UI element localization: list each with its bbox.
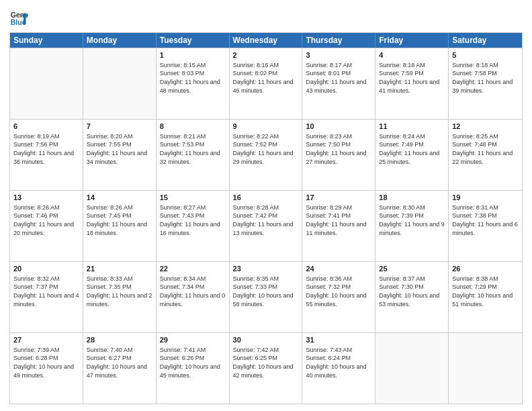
day-number: 29 xyxy=(160,335,226,345)
cell-info: Sunrise: 8:33 AMSunset: 7:35 PMDaylight:… xyxy=(87,275,152,308)
day-cell-24: 24 Sunrise: 8:36 AMSunset: 7:32 PMDaylig… xyxy=(302,262,375,332)
header-day-friday: Friday xyxy=(375,33,449,48)
day-cell-12: 12 Sunrise: 8:25 AMSunset: 7:48 PMDaylig… xyxy=(449,120,522,190)
calendar-container: General Blue SundayMondayTuesdayWednesda… xyxy=(0,0,532,411)
header-day-monday: Monday xyxy=(83,33,157,48)
day-cell-1: 1 Sunrise: 8:15 AMSunset: 8:03 PMDayligh… xyxy=(157,48,230,119)
day-number: 13 xyxy=(13,193,79,203)
day-number: 26 xyxy=(452,264,519,274)
day-cell-10: 10 Sunrise: 8:23 AMSunset: 7:50 PMDaylig… xyxy=(302,120,375,190)
day-cell-15: 15 Sunrise: 8:27 AMSunset: 7:43 PMDaylig… xyxy=(157,191,230,261)
day-number: 1 xyxy=(160,50,226,60)
cell-info: Sunrise: 8:20 AMSunset: 7:55 PMDaylight:… xyxy=(87,132,152,166)
cell-info: Sunrise: 7:42 AMSunset: 6:25 PMDaylight:… xyxy=(233,346,299,379)
day-number: 24 xyxy=(306,264,371,274)
day-cell-22: 22 Sunrise: 8:34 AMSunset: 7:34 PMDaylig… xyxy=(157,262,230,332)
day-cell-28: 28 Sunrise: 7:40 AMSunset: 6:27 PMDaylig… xyxy=(83,333,157,404)
day-number: 27 xyxy=(13,335,79,345)
header-day-saturday: Saturday xyxy=(449,33,522,48)
day-number: 16 xyxy=(233,193,299,203)
header-day-wednesday: Wednesday xyxy=(230,33,303,48)
day-cell-25: 25 Sunrise: 8:37 AMSunset: 7:30 PMDaylig… xyxy=(375,262,449,332)
logo: General Blue xyxy=(9,8,31,27)
cell-info: Sunrise: 8:29 AMSunset: 7:41 PMDaylight:… xyxy=(306,203,371,237)
cell-info: Sunrise: 8:32 AMSunset: 7:37 PMDaylight:… xyxy=(13,275,79,308)
cell-info: Sunrise: 8:18 AMSunset: 7:59 PMDaylight:… xyxy=(379,61,445,95)
empty-cell xyxy=(375,333,449,404)
day-number: 31 xyxy=(306,335,371,345)
day-cell-14: 14 Sunrise: 8:26 AMSunset: 7:45 PMDaylig… xyxy=(83,191,157,261)
cell-info: Sunrise: 8:15 AMSunset: 8:03 PMDaylight:… xyxy=(160,61,226,95)
cell-info: Sunrise: 8:38 AMSunset: 7:29 PMDaylight:… xyxy=(452,275,519,308)
cell-info: Sunrise: 8:26 AMSunset: 7:46 PMDaylight:… xyxy=(13,203,79,237)
day-cell-13: 13 Sunrise: 8:26 AMSunset: 7:46 PMDaylig… xyxy=(10,191,83,261)
day-cell-11: 11 Sunrise: 8:24 AMSunset: 7:49 PMDaylig… xyxy=(375,120,449,190)
cell-info: Sunrise: 8:36 AMSunset: 7:32 PMDaylight:… xyxy=(306,275,371,308)
cell-info: Sunrise: 8:26 AMSunset: 7:45 PMDaylight:… xyxy=(87,203,152,237)
day-number: 17 xyxy=(306,193,371,203)
day-number: 25 xyxy=(379,264,445,274)
header: General Blue xyxy=(9,8,523,27)
cell-info: Sunrise: 7:43 AMSunset: 6:24 PMDaylight:… xyxy=(306,346,371,379)
week-row-1: 1 Sunrise: 8:15 AMSunset: 8:03 PMDayligh… xyxy=(10,48,522,119)
cell-info: Sunrise: 8:35 AMSunset: 7:33 PMDaylight:… xyxy=(233,275,299,308)
day-number: 14 xyxy=(87,193,152,203)
day-cell-21: 21 Sunrise: 8:33 AMSunset: 7:35 PMDaylig… xyxy=(83,262,157,332)
cell-info: Sunrise: 8:30 AMSunset: 7:39 PMDaylight:… xyxy=(379,203,445,237)
day-cell-23: 23 Sunrise: 8:35 AMSunset: 7:33 PMDaylig… xyxy=(230,262,303,332)
cell-info: Sunrise: 8:22 AMSunset: 7:52 PMDaylight:… xyxy=(233,132,299,166)
day-number: 4 xyxy=(379,50,445,60)
day-cell-26: 26 Sunrise: 8:38 AMSunset: 7:29 PMDaylig… xyxy=(449,262,522,332)
week-row-2: 6 Sunrise: 8:19 AMSunset: 7:56 PMDayligh… xyxy=(10,119,522,190)
cell-info: Sunrise: 7:41 AMSunset: 6:26 PMDaylight:… xyxy=(160,346,226,379)
day-cell-31: 31 Sunrise: 7:43 AMSunset: 6:24 PMDaylig… xyxy=(302,333,375,404)
cell-info: Sunrise: 8:31 AMSunset: 7:38 PMDaylight:… xyxy=(452,203,519,237)
cell-info: Sunrise: 8:37 AMSunset: 7:30 PMDaylight:… xyxy=(379,275,445,308)
day-number: 18 xyxy=(379,193,445,203)
cell-info: Sunrise: 8:24 AMSunset: 7:49 PMDaylight:… xyxy=(379,132,445,166)
cell-info: Sunrise: 8:16 AMSunset: 8:02 PMDaylight:… xyxy=(233,61,299,95)
header-day-thursday: Thursday xyxy=(302,33,375,48)
day-number: 8 xyxy=(160,122,226,132)
header-day-tuesday: Tuesday xyxy=(157,33,230,48)
day-number: 9 xyxy=(233,122,299,132)
day-cell-19: 19 Sunrise: 8:31 AMSunset: 7:38 PMDaylig… xyxy=(449,191,522,261)
day-cell-6: 6 Sunrise: 8:19 AMSunset: 7:56 PMDayligh… xyxy=(10,120,83,190)
day-cell-30: 30 Sunrise: 7:42 AMSunset: 6:25 PMDaylig… xyxy=(230,333,303,404)
cell-info: Sunrise: 8:17 AMSunset: 8:01 PMDaylight:… xyxy=(306,61,371,95)
day-cell-3: 3 Sunrise: 8:17 AMSunset: 8:01 PMDayligh… xyxy=(302,48,375,119)
day-number: 22 xyxy=(160,264,226,274)
day-cell-29: 29 Sunrise: 7:41 AMSunset: 6:26 PMDaylig… xyxy=(157,333,230,404)
week-row-3: 13 Sunrise: 8:26 AMSunset: 7:46 PMDaylig… xyxy=(10,190,522,261)
cell-info: Sunrise: 8:25 AMSunset: 7:48 PMDaylight:… xyxy=(452,132,519,166)
day-cell-7: 7 Sunrise: 8:20 AMSunset: 7:55 PMDayligh… xyxy=(83,120,157,190)
empty-cell xyxy=(83,48,157,119)
day-number: 7 xyxy=(87,122,152,132)
calendar-header: SundayMondayTuesdayWednesdayThursdayFrid… xyxy=(10,33,522,48)
empty-cell xyxy=(10,48,83,119)
day-cell-20: 20 Sunrise: 8:32 AMSunset: 7:37 PMDaylig… xyxy=(10,262,83,332)
day-cell-2: 2 Sunrise: 8:16 AMSunset: 8:02 PMDayligh… xyxy=(230,48,303,119)
cell-info: Sunrise: 8:34 AMSunset: 7:34 PMDaylight:… xyxy=(160,275,226,308)
logo-icon: General Blue xyxy=(9,8,28,27)
cell-info: Sunrise: 8:23 AMSunset: 7:50 PMDaylight:… xyxy=(306,132,371,166)
empty-cell xyxy=(449,333,522,404)
day-cell-9: 9 Sunrise: 8:22 AMSunset: 7:52 PMDayligh… xyxy=(230,120,303,190)
cell-info: Sunrise: 8:19 AMSunset: 7:56 PMDaylight:… xyxy=(13,132,79,166)
day-cell-16: 16 Sunrise: 8:28 AMSunset: 7:42 PMDaylig… xyxy=(230,191,303,261)
day-cell-17: 17 Sunrise: 8:29 AMSunset: 7:41 PMDaylig… xyxy=(302,191,375,261)
day-cell-4: 4 Sunrise: 8:18 AMSunset: 7:59 PMDayligh… xyxy=(375,48,449,119)
calendar-body: 1 Sunrise: 8:15 AMSunset: 8:03 PMDayligh… xyxy=(10,48,522,404)
cell-info: Sunrise: 7:39 AMSunset: 6:28 PMDaylight:… xyxy=(13,346,79,379)
day-number: 11 xyxy=(379,122,445,132)
day-number: 23 xyxy=(233,264,299,274)
day-number: 19 xyxy=(452,193,519,203)
day-number: 5 xyxy=(452,50,519,60)
cell-info: Sunrise: 8:21 AMSunset: 7:53 PMDaylight:… xyxy=(160,132,226,166)
day-number: 12 xyxy=(452,122,519,132)
day-cell-8: 8 Sunrise: 8:21 AMSunset: 7:53 PMDayligh… xyxy=(157,120,230,190)
week-row-5: 27 Sunrise: 7:39 AMSunset: 6:28 PMDaylig… xyxy=(10,332,522,404)
day-number: 10 xyxy=(306,122,371,132)
calendar: SundayMondayTuesdayWednesdayThursdayFrid… xyxy=(9,32,523,404)
week-row-4: 20 Sunrise: 8:32 AMSunset: 7:37 PMDaylig… xyxy=(10,261,522,332)
